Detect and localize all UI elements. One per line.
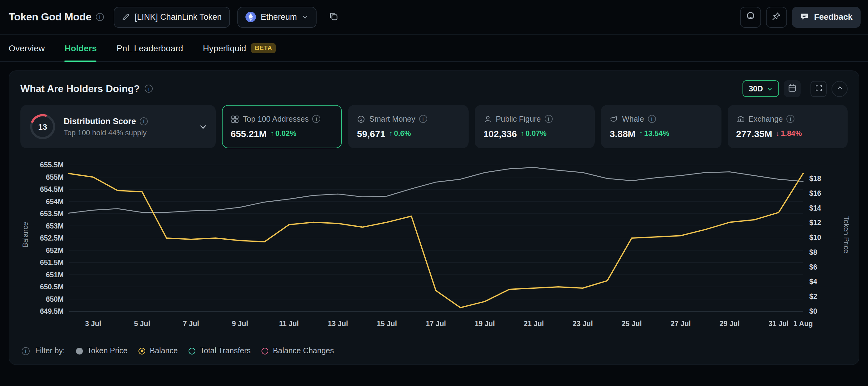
tab-label: Overview — [9, 43, 45, 53]
tab-label: PnL Leaderboard — [117, 43, 183, 53]
pin-button[interactable] — [766, 6, 787, 28]
panel-controls: 30D — [743, 80, 847, 97]
stat-card-label: Top 100 Addresses — [243, 114, 309, 123]
tab-overview[interactable]: Overview — [9, 35, 45, 61]
svg-text:$0: $0 — [809, 307, 817, 315]
stat-card-change: 0.6% — [389, 129, 411, 138]
legend-label: Token Price — [87, 347, 128, 355]
stat-card-top-100-addresses[interactable]: Top 100 Addresses 655.21M 0.02% — [222, 105, 342, 148]
svg-text:5 Jul: 5 Jul — [134, 320, 150, 328]
svg-text:651.5M: 651.5M — [40, 258, 64, 267]
svg-text:$8: $8 — [809, 248, 817, 256]
smart-money-icon: $ — [357, 114, 366, 123]
svg-text:653M: 653M — [46, 222, 64, 230]
holders-chart[interactable]: 649.5M650M650.5M651M651.5M652M652.5M653M… — [21, 151, 849, 341]
public-figure-icon — [484, 114, 492, 123]
tab-holders[interactable]: Holders — [65, 35, 97, 61]
network-selector[interactable]: Ethereum — [237, 6, 316, 28]
stat-card-change: 1.84% — [776, 129, 802, 138]
info-icon[interactable] — [96, 13, 104, 21]
svg-text:651M: 651M — [46, 271, 64, 279]
info-icon[interactable] — [22, 347, 30, 355]
svg-text:9 Jul: 9 Jul — [232, 320, 248, 328]
chart-area: 649.5M650M650.5M651M651.5M652M652.5M653M… — [21, 151, 847, 341]
copy-button[interactable] — [324, 6, 342, 28]
stat-card-whale[interactable]: Whale 3.88M 13.54% — [601, 105, 721, 148]
svg-text:Balance: Balance — [21, 222, 29, 247]
stat-cards-row: 13 Distribution Score Top 100 hold 44% s… — [21, 105, 847, 148]
info-icon[interactable] — [786, 115, 795, 123]
calendar-icon — [787, 83, 797, 94]
topbar-right: Feedback — [740, 6, 861, 28]
svg-text:$14: $14 — [809, 204, 821, 212]
pencil-icon — [122, 13, 130, 21]
svg-text:655M: 655M — [46, 173, 64, 181]
svg-text:653.5M: 653.5M — [40, 210, 64, 218]
stat-card-label: Public Figure — [496, 114, 541, 123]
svg-text:31 Jul: 31 Jul — [769, 320, 788, 328]
fullscreen-icon — [814, 84, 823, 94]
svg-text:23 Jul: 23 Jul — [573, 320, 593, 328]
svg-text:$12: $12 — [809, 219, 821, 227]
chevron-up-icon — [836, 84, 843, 93]
pin-icon — [772, 11, 781, 23]
network-selector-label: Ethereum — [260, 12, 297, 22]
tab-pnl-leaderboard[interactable]: PnL Leaderboard — [117, 35, 183, 61]
info-icon[interactable] — [312, 115, 320, 123]
info-icon[interactable] — [140, 117, 148, 125]
stat-card-public-figure[interactable]: Public Figure 102,336 0.07% — [475, 105, 595, 148]
date-range-button[interactable]: 30D — [743, 80, 779, 97]
svg-text:$10: $10 — [809, 234, 821, 242]
tab-bar: Overview Holders PnL Leaderboard Hyperli… — [0, 35, 868, 62]
svg-text:29 Jul: 29 Jul — [720, 320, 740, 328]
stat-card-change: 13.54% — [639, 129, 669, 138]
svg-text:$: $ — [360, 116, 363, 121]
balance-changes-dot-icon — [262, 347, 269, 354]
top-100-addresses-icon — [230, 114, 239, 123]
legend-item-balance[interactable]: Balance — [139, 347, 178, 355]
chevron-down-icon[interactable] — [199, 122, 207, 131]
token-selector[interactable]: [LINK] ChainLink Token — [114, 6, 230, 28]
token-price-dot-icon — [76, 347, 83, 354]
svg-text:$4: $4 — [809, 278, 817, 286]
legend-item-total-transfers[interactable]: Total Transfers — [189, 347, 251, 355]
svg-text:650.5M: 650.5M — [40, 283, 64, 291]
legend-label: Total Transfers — [200, 347, 251, 355]
legend-item-balance-changes[interactable]: Balance Changes — [262, 347, 334, 355]
info-icon[interactable] — [648, 115, 656, 123]
stat-card-smart-money[interactable]: $ Smart Money 59,671 0.6% — [348, 105, 469, 148]
svg-text:7 Jul: 7 Jul — [183, 320, 199, 328]
svg-text:$16: $16 — [809, 189, 821, 197]
svg-text:19 Jul: 19 Jul — [475, 320, 495, 328]
info-icon[interactable] — [145, 84, 153, 93]
page-title: Token God Mode — [9, 11, 92, 23]
app-root: Token God Mode [LINK] ChainLink Token Et… — [0, 0, 868, 386]
stat-card-exchange[interactable]: Exchange 277.35M 1.84% — [727, 105, 847, 148]
radar-icon — [745, 11, 755, 23]
panel-header: What Are Holders Doing? 30D — [21, 80, 847, 97]
feedback-button[interactable]: Feedback — [792, 6, 861, 28]
tab-hyperliquid[interactable]: Hyperliquid BETA — [203, 35, 276, 61]
stat-card-value: 59,671 — [357, 128, 385, 139]
legend-label: Balance Changes — [273, 347, 334, 355]
total-transfers-dot-icon — [189, 347, 196, 354]
fullscreen-button[interactable] — [810, 80, 827, 97]
feedback-label: Feedback — [814, 12, 852, 22]
distribution-score-value: 13 — [29, 113, 56, 140]
info-icon[interactable] — [545, 115, 553, 123]
holders-panel: What Are Holders Doing? 30D — [9, 70, 859, 365]
svg-text:$2: $2 — [809, 292, 817, 301]
stat-card-label: Exchange — [748, 114, 783, 123]
info-icon[interactable] — [419, 115, 427, 123]
balance-dot-icon — [139, 347, 146, 354]
legend-item-token-price[interactable]: Token Price — [76, 347, 128, 355]
calendar-button[interactable] — [784, 80, 801, 97]
distribution-score-card[interactable]: 13 Distribution Score Top 100 hold 44% s… — [21, 105, 216, 148]
watch-button[interactable] — [740, 6, 761, 28]
svg-text:650M: 650M — [46, 295, 64, 303]
filter-by-label: Filter by: — [35, 347, 65, 355]
whale-icon — [610, 114, 618, 123]
topbar-left: Token God Mode [LINK] ChainLink Token Et… — [7, 6, 342, 28]
distribution-score-text: Distribution Score Top 100 hold 44% supp… — [64, 116, 192, 137]
collapse-button[interactable] — [832, 80, 847, 97]
